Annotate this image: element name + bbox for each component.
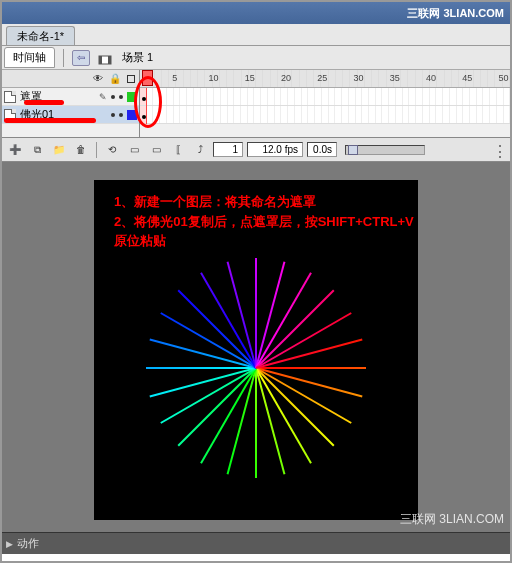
svg-rect-1 — [99, 56, 102, 64]
layer-icon — [4, 109, 16, 121]
timeline-scrollbar[interactable] — [345, 145, 425, 155]
scene-bar: 时间轴 ⇦ 场景 1 — [2, 46, 510, 70]
frame-ruler: 15101520253035404550 — [140, 70, 510, 88]
outline-icon[interactable] — [127, 75, 135, 83]
pencil-icon: ✎ — [99, 92, 107, 102]
delete-layer-button[interactable]: 🗑 — [72, 142, 90, 158]
document-tab[interactable]: 未命名-1* — [6, 26, 75, 45]
actions-panel-header[interactable]: ▶ 动作 — [2, 532, 510, 554]
frame-row[interactable] — [140, 106, 510, 124]
window-titlebar: 三联网 3LIAN.COM — [2, 2, 510, 24]
scene-label[interactable]: 场景 1 — [120, 50, 153, 65]
actions-label: 动作 — [17, 536, 39, 551]
new-layer-button[interactable]: ➕ — [6, 142, 24, 158]
fps-field: 12.0 fps — [247, 142, 303, 157]
layer-header: 👁 🔒 — [2, 70, 139, 88]
anno-line-3: 原位粘贴 — [114, 231, 414, 251]
frame-row[interactable] — [140, 88, 510, 106]
onion-skin-button[interactable]: ⟲ — [103, 142, 121, 158]
color-swatch[interactable] — [127, 92, 137, 102]
layer-name: 遮罩 — [20, 89, 95, 104]
stage-canvas[interactable]: 1、新建一个图层：将其命名为遮罩 2、将佛光01复制后，点遮罩层，按SHIFT+… — [94, 180, 418, 520]
scene-icon — [98, 52, 112, 64]
scrollbar-thumb[interactable] — [348, 145, 358, 155]
elapsed-field: 0.0s — [307, 142, 337, 157]
layer-row-foguang[interactable]: 佛光01 — [2, 106, 139, 124]
new-folder-button[interactable]: 📁 — [50, 142, 68, 158]
new-guide-button[interactable]: ⧉ — [28, 142, 46, 158]
eye-icon[interactable]: 👁 — [93, 73, 103, 84]
document-tabs: 未命名-1* — [2, 24, 510, 46]
separator — [96, 142, 97, 158]
back-button[interactable]: ⇦ — [72, 50, 90, 66]
color-swatch[interactable] — [127, 110, 137, 120]
layers-panel: 👁 🔒 遮罩 ✎ 佛光01 — [2, 70, 140, 137]
current-frame-field: 1 — [213, 142, 243, 157]
layer-icon — [4, 91, 16, 103]
lock-dot[interactable] — [119, 95, 123, 99]
frame-body — [140, 88, 510, 124]
edit-multi-button[interactable]: ▭ — [147, 142, 165, 158]
timeline-panel-tab[interactable]: 时间轴 — [4, 47, 55, 68]
onion-outline-button[interactable]: ▭ — [125, 142, 143, 158]
svg-rect-2 — [108, 56, 111, 64]
layer-toolbar: ➕ ⧉ 📁 🗑 ⟲ ▭ ▭ ⟦ ⤴ 1 12.0 fps 0.0s ⋮ — [2, 138, 510, 162]
vis-dot[interactable] — [111, 95, 115, 99]
expand-icon[interactable]: ▶ — [6, 539, 13, 549]
lock-dot[interactable] — [119, 113, 123, 117]
panel-grip-icon[interactable]: ⋮ — [492, 142, 506, 158]
playhead[interactable] — [146, 88, 147, 124]
lock-icon[interactable]: 🔒 — [109, 73, 121, 84]
timeline-area: 👁 🔒 遮罩 ✎ 佛光01 15101520253035404550 — [2, 70, 510, 138]
vis-dot[interactable] — [111, 113, 115, 117]
anno-line-1: 1、新建一个图层：将其命名为遮罩 — [114, 192, 414, 212]
watermark: 三联网 3LIAN.COM — [400, 511, 504, 528]
center-button[interactable]: ⤴ — [191, 142, 209, 158]
timeline-frames[interactable]: 15101520253035404550 — [140, 70, 510, 137]
marker-button[interactable]: ⟦ — [169, 142, 187, 158]
layer-name: 佛光01 — [20, 107, 107, 122]
annotation-text: 1、新建一个图层：将其命名为遮罩 2、将佛光01复制后，点遮罩层，按SHIFT+… — [114, 192, 414, 251]
brand-text: 三联网 3LIAN.COM — [407, 6, 504, 21]
anno-line-2: 2、将佛光01复制后，点遮罩层，按SHIFT+CTRL+V — [114, 212, 414, 232]
stage-viewport[interactable]: 1、新建一个图层：将其命名为遮罩 2、将佛光01复制后，点遮罩层，按SHIFT+… — [2, 162, 510, 532]
layer-row-mask[interactable]: 遮罩 ✎ — [2, 88, 139, 106]
separator — [63, 49, 64, 67]
